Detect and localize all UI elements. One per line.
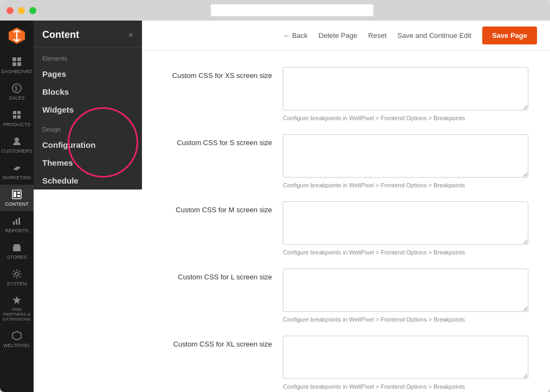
browser-maximize-btn[interactable] <box>29 7 36 14</box>
nav-label-reports: REPORTS <box>5 228 28 233</box>
sidebar-panel: Content × Elements Pages Blocks Widgets … <box>34 21 142 190</box>
top-bar: ← Back Delete Page Reset Save and Contin… <box>142 21 550 51</box>
app-container: DASHBOARD $ SALES <box>0 21 550 392</box>
svg-rect-19 <box>16 248 18 251</box>
svg-rect-12 <box>14 192 16 197</box>
nav-item-system[interactable]: SYSTEM <box>0 264 34 291</box>
form-label-css-s: Custom CSS for S screen size <box>164 134 283 147</box>
save-continue-edit-button[interactable]: Save and Continue Edit <box>397 31 471 40</box>
reset-button[interactable]: Reset <box>368 31 386 40</box>
sidebar-panel-wrapper: Content × Elements Pages Blocks Widgets … <box>34 21 142 392</box>
back-button[interactable]: ← Back <box>283 31 308 40</box>
svg-rect-8 <box>13 115 16 119</box>
sidebar-section-elements-label: Elements <box>34 48 142 65</box>
nav-item-find-partners[interactable]: FIND PARTNERS & EXTENSIONS <box>0 291 34 326</box>
nav-label-products: PRODUCTS <box>3 122 31 127</box>
css-l-textarea[interactable] <box>283 269 528 312</box>
form-field-group-css-l: Configure breakpoints in WeltPixel > Fro… <box>283 269 528 323</box>
sidebar-item-pages[interactable]: Pages <box>34 65 142 83</box>
form-hint-css-xs: Configure breakpoints in WeltPixel > Fro… <box>283 115 528 121</box>
products-icon <box>11 109 22 120</box>
browser-chrome <box>0 0 550 21</box>
sidebar-item-schedule[interactable]: Schedule <box>34 172 142 190</box>
svg-rect-14 <box>17 195 20 197</box>
nav-label-stores: STORES <box>7 254 27 260</box>
nav-item-marketing[interactable]: MARKETING <box>0 158 34 185</box>
nav-label-weltpixel: WELTPIXEL <box>3 343 30 348</box>
nav-item-sales[interactable]: $ SALES <box>0 79 34 105</box>
form-field-group-css-s: Configure breakpoints in WeltPixel > Fro… <box>283 134 528 188</box>
svg-rect-3 <box>17 62 21 66</box>
save-page-button[interactable]: Save Page <box>482 27 537 44</box>
nav-label-content: CONTENT <box>5 201 29 207</box>
sidebar-header: Content × <box>34 21 142 48</box>
svg-rect-9 <box>17 115 21 119</box>
css-s-textarea[interactable] <box>283 134 528 178</box>
nav-label-system: SYSTEM <box>7 281 27 286</box>
form-field-group-css-xs: Configure breakpoints in WeltPixel > Fro… <box>283 67 528 121</box>
system-icon <box>11 269 22 279</box>
form-label-css-m: Custom CSS for M screen size <box>164 201 283 214</box>
sidebar-item-themes[interactable]: Themes <box>34 154 142 172</box>
nav-item-stores[interactable]: STORES <box>0 238 34 264</box>
nav-item-weltpixel[interactable]: WELTPIXEL <box>0 326 34 352</box>
reports-icon <box>11 215 22 226</box>
svg-rect-13 <box>17 192 20 194</box>
form-row-css-xs: Custom CSS for XS screen size Configure … <box>164 67 528 121</box>
nav-label-sales: SALES <box>9 95 24 101</box>
sidebar-section-design-label: Design <box>34 119 142 136</box>
sidebar-close-btn[interactable]: × <box>128 30 133 40</box>
nav-bar: DASHBOARD $ SALES <box>0 21 34 392</box>
form-row-css-l: Custom CSS for L screen size Configure b… <box>164 269 528 323</box>
marketing-icon <box>11 162 22 173</box>
form-hint-css-l: Configure breakpoints in WeltPixel > Fro… <box>283 316 528 323</box>
sidebar-panel-title: Content <box>42 29 79 41</box>
browser-close-btn[interactable] <box>7 7 14 14</box>
css-xl-textarea[interactable] <box>283 336 528 379</box>
nav-label-dashboard: DASHBOARD <box>2 69 33 74</box>
sidebar-item-blocks[interactable]: Blocks <box>34 83 142 101</box>
content-icon <box>11 189 22 200</box>
form-field-group-css-m: Configure breakpoints in WeltPixel > Fro… <box>283 201 528 256</box>
svg-marker-22 <box>12 331 21 340</box>
svg-point-10 <box>15 138 19 142</box>
css-xs-textarea[interactable] <box>283 67 528 110</box>
form-row-css-m: Custom CSS for M screen size Configure b… <box>164 201 528 256</box>
form-label-css-l: Custom CSS for L screen size <box>164 269 283 281</box>
main-content: ← Back Delete Page Reset Save and Contin… <box>142 21 550 392</box>
delete-page-button[interactable]: Delete Page <box>319 31 358 40</box>
nav-label-find-partners: FIND PARTNERS & EXTENSIONS <box>2 308 31 322</box>
content-area: Custom CSS for XS screen size Configure … <box>142 51 550 392</box>
nav-label-marketing: MARKETING <box>2 175 31 180</box>
address-bar[interactable] <box>211 4 373 16</box>
nav-label-customers: CUSTOMERS <box>1 148 32 154</box>
form-field-group-css-xl: Configure breakpoints in WeltPixel > Fro… <box>283 336 528 390</box>
nav-item-reports[interactable]: REPORTS <box>0 211 34 238</box>
svg-rect-1 <box>17 57 21 61</box>
svg-rect-15 <box>13 221 15 225</box>
svg-rect-6 <box>13 111 16 114</box>
weltpixel-icon <box>11 330 22 341</box>
css-m-textarea[interactable] <box>283 201 528 245</box>
nav-item-content[interactable]: CONTENT <box>0 185 34 211</box>
svg-marker-21 <box>12 296 21 304</box>
form-label-css-xs: Custom CSS for XS screen size <box>164 67 283 80</box>
form-row-css-xl: Custom CSS for XL screen size Configure … <box>164 336 528 390</box>
nav-item-customers[interactable]: CUSTOMERS <box>0 132 34 158</box>
customers-icon <box>11 136 22 147</box>
sidebar-item-widgets[interactable]: Widgets <box>34 101 142 119</box>
nav-item-dashboard[interactable]: DASHBOARD <box>0 52 34 79</box>
svg-point-20 <box>15 272 18 276</box>
svg-rect-2 <box>12 62 16 66</box>
svg-text:$: $ <box>15 86 18 92</box>
find-partners-icon <box>11 295 22 306</box>
nav-item-products[interactable]: PRODUCTS <box>0 105 34 132</box>
browser-window: DASHBOARD $ SALES <box>0 0 550 392</box>
form-hint-css-xl: Configure breakpoints in WeltPixel > Fro… <box>283 383 528 390</box>
svg-rect-17 <box>18 218 20 225</box>
browser-minimize-btn[interactable] <box>18 7 25 14</box>
form-row-css-s: Custom CSS for S screen size Configure b… <box>164 134 528 188</box>
sidebar-item-configuration[interactable]: Configuration <box>34 136 142 154</box>
form-hint-css-s: Configure breakpoints in WeltPixel > Fro… <box>283 182 528 188</box>
dashboard-icon <box>11 56 22 67</box>
